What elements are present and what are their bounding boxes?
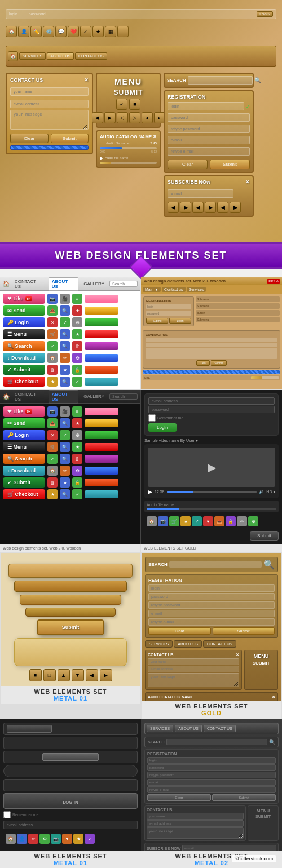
dark-login-main-btn[interactable]: LOG IN — [3, 793, 138, 809]
d-icon-1[interactable]: 📷 — [47, 406, 58, 417]
icon-menu1[interactable]: ≡ — [72, 294, 82, 304]
subscribe-close[interactable]: ✕ — [245, 179, 250, 185]
play2-icon[interactable]: ▶ — [100, 156, 103, 161]
gold-pass-field[interactable] — [148, 593, 275, 600]
dark-email-input[interactable] — [148, 397, 275, 405]
m02-search-input[interactable] — [166, 739, 267, 745]
icon-menu3[interactable]: 🔍 — [60, 329, 70, 339]
edit-icon[interactable]: ✏️ — [30, 26, 42, 37]
about-tab[interactable]: ABOUT US — [49, 277, 78, 291]
gold-retype-field[interactable] — [148, 601, 275, 609]
m02-email-f[interactable] — [147, 779, 276, 786]
dbi-3[interactable]: ✏ — [28, 834, 38, 844]
gold-c-name[interactable] — [148, 658, 239, 665]
web2-search-input[interactable] — [109, 281, 138, 287]
gold-audio-close[interactable]: ✕ — [272, 695, 275, 699]
gallery-dark-tab[interactable]: GALLERY — [81, 393, 107, 400]
d-login-btn[interactable]: 🔑 Login — [3, 430, 45, 440]
icon-sub2[interactable]: ★ — [60, 365, 70, 375]
send-btn[interactable]: ✉ Send — [3, 305, 45, 316]
icon-co1[interactable]: ★ — [47, 377, 58, 387]
dark-password-input[interactable] — [148, 406, 275, 413]
m02-login-f[interactable] — [147, 757, 276, 764]
wooden-nav-contact[interactable]: Contact us — [162, 287, 185, 292]
volume-icon[interactable]: 🔊 — [259, 490, 264, 494]
login-btn-web2[interactable]: 🔑 Login — [3, 317, 45, 327]
d-icon-7[interactable]: ✕ — [47, 430, 58, 440]
d-icon-8[interactable]: ✓ — [60, 430, 70, 440]
di-6[interactable]: ♥ — [203, 516, 213, 526]
icon-co2[interactable]: 🔍 — [60, 377, 70, 387]
icon-video[interactable]: 🎥 — [60, 294, 70, 304]
contact-dark-tab[interactable]: CONTACT US — [12, 391, 46, 403]
checkout-btn[interactable]: 🛒 Checkout — [3, 377, 45, 387]
star-icon[interactable]: ★ — [92, 26, 104, 37]
d-submit-btn[interactable]: ✓ Submit — [3, 477, 45, 488]
icon-send3[interactable]: ★ — [72, 305, 82, 316]
gold-contact-close[interactable]: ✕ — [236, 653, 239, 657]
d-icon-5[interactable]: 🔍 — [60, 418, 70, 428]
icon-menu4[interactable]: ★ — [72, 329, 82, 339]
icon-login2[interactable]: ✓ — [60, 317, 70, 327]
reg-retype-email-input[interactable] — [168, 147, 250, 156]
icon-sub1[interactable]: 🗑 — [47, 365, 58, 375]
d-icon-16[interactable]: 🏠 — [47, 466, 58, 476]
play-ctrl-icon[interactable]: ▶ — [148, 489, 152, 495]
gold-about-btn[interactable]: ABOUT US — [174, 640, 202, 648]
m02-about[interactable]: ABOUT US — [175, 725, 202, 732]
nav-home-icon[interactable]: 🏠 — [8, 51, 18, 61]
menu-btn-web2[interactable]: ☰ Menu — [3, 329, 45, 339]
web2-dark-search[interactable] — [109, 393, 138, 400]
m02-retype-f[interactable] — [147, 772, 276, 778]
d-menu-btn[interactable]: ☰ Menu — [3, 442, 45, 452]
d-icon-4[interactable]: 📤 — [47, 418, 58, 428]
gold-c-email[interactable] — [148, 666, 239, 672]
contact-tab[interactable]: CONTACT US — [12, 278, 46, 290]
audio-progress-bar[interactable] — [100, 147, 157, 149]
icon-login1[interactable]: ✕ — [47, 317, 58, 327]
icon-dl2[interactable]: ✏ — [60, 353, 70, 363]
email-input[interactable] — [10, 100, 89, 108]
remember-checkbox[interactable] — [148, 414, 156, 422]
d-icon-24[interactable]: ✓ — [72, 489, 82, 499]
arrow-icon[interactable]: → — [117, 26, 129, 37]
gold-retype-email-field[interactable] — [148, 618, 275, 626]
grid-icon[interactable]: ▦ — [105, 26, 116, 37]
d-icon-18[interactable]: ⚙ — [72, 466, 82, 476]
m02-search-icon[interactable]: 🔍 — [269, 739, 275, 745]
reg-retype-input[interactable] — [168, 125, 250, 133]
icon-search2[interactable]: 🔍 — [60, 341, 70, 351]
name-input[interactable] — [10, 87, 89, 96]
icon-dl1[interactable]: 🏠 — [47, 353, 58, 363]
search-btn-web2[interactable]: 🔍 Search — [3, 341, 45, 351]
reg-clear-btn[interactable]: Clear — [168, 160, 208, 169]
d-dl-btn[interactable]: ↓ Download — [3, 466, 45, 476]
gold-clear-btn[interactable]: Clear — [148, 627, 211, 635]
gold-search-input[interactable] — [169, 561, 262, 568]
play-icon[interactable]: ⏸ — [100, 141, 104, 146]
icon-sub3[interactable]: 🔒 — [72, 365, 82, 375]
gold-search-icon[interactable]: 🔍 — [263, 559, 275, 570]
search-icon[interactable]: 🔍 — [254, 77, 261, 83]
reg-password-input[interactable] — [168, 113, 250, 122]
icon-login3[interactable]: ⚙ — [72, 317, 82, 327]
di-7[interactable]: 📤 — [214, 516, 224, 526]
video-screen[interactable]: ▶ — [148, 448, 275, 487]
contact-nav-btn[interactable]: CONTACT US — [75, 52, 107, 60]
sub-btn-4[interactable]: ▶ — [205, 202, 216, 213]
di-9[interactable]: ✏ — [237, 516, 247, 526]
dbi-1[interactable]: 🏠 — [6, 834, 16, 844]
sub-btn-5[interactable]: ◀ — [217, 202, 228, 213]
dbi-5[interactable]: 📷 — [51, 834, 61, 844]
icon-send2[interactable]: 🔍 — [60, 305, 70, 316]
d-icon-6[interactable]: ★ — [72, 418, 82, 428]
dark-remember-check[interactable] — [3, 811, 11, 818]
wooden-c-clear[interactable]: Clear — [196, 360, 210, 366]
icon-send1[interactable]: 📤 — [47, 305, 58, 316]
m02-retype-email-f[interactable] — [147, 786, 276, 793]
gold-email-field[interactable] — [148, 610, 275, 617]
check-icon[interactable]: ✓ — [116, 99, 127, 110]
d-checkout-btn[interactable]: 🛒 Checkout — [3, 489, 45, 499]
clear-btn[interactable]: Clear — [10, 134, 49, 143]
reg-email-input[interactable] — [168, 136, 250, 144]
